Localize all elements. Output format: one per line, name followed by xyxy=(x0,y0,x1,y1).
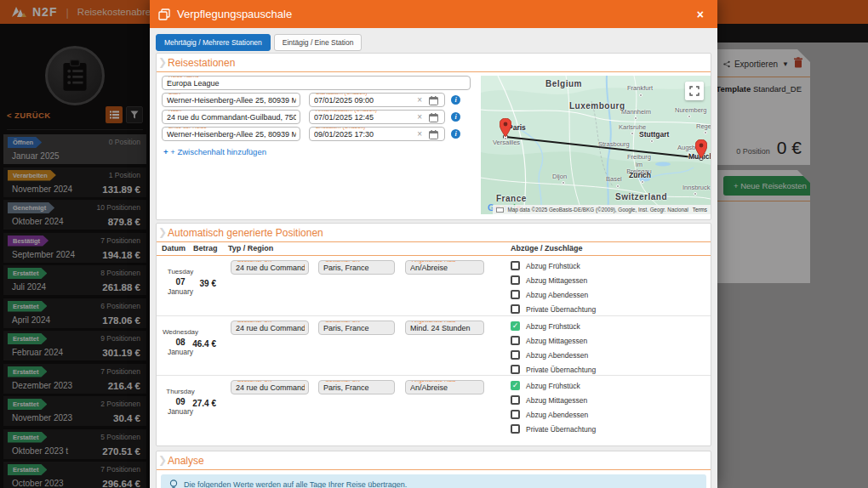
modal-title: Verpflegungspauschale xyxy=(177,8,292,20)
nach-field[interactable]: Nach 24 rue du Commandant-Guilbaud, 7501… xyxy=(162,110,300,124)
map-label: Basel xyxy=(606,175,622,183)
field-value: 24 rue du Commandant-Guilbaud, 75016 Par… xyxy=(167,113,296,122)
field-label: Gewählter Ort xyxy=(323,260,361,264)
deduction-checkbox[interactable] xyxy=(511,275,520,285)
typ-region-field[interactable]: Gewählter OrtParis, France xyxy=(318,260,395,275)
date-weekday: Tuesday xyxy=(158,268,203,275)
deductions-column: ✓Abzug FrühstückAbzug MittagessenAbzug A… xyxy=(511,319,596,377)
deduction-label: Abzug Mittagessen xyxy=(526,276,587,285)
field-value: Mind. 24 Stunden xyxy=(410,324,480,332)
map-city-dot xyxy=(631,132,634,135)
deduction-checkbox[interactable] xyxy=(511,365,520,374)
deduction-checkbox[interactable] xyxy=(511,261,520,270)
table-header: Datum Betrag Typ / Region Abzüge / Zusch… xyxy=(157,242,711,256)
field-label: Angewandte Rate xyxy=(410,321,458,324)
map-fullscreen-button[interactable] xyxy=(685,82,704,100)
deduction-option: Abzug Abendessen xyxy=(511,407,596,422)
deduction-checkbox[interactable]: ✓ xyxy=(511,321,520,331)
ankunftsdatum-field[interactable]: Ankunftsdatum (Ortszeit) 07/01/2025 12:4… xyxy=(309,110,445,124)
field-value: Werner-Heisenberg-Allee 25, 80939 Münche… xyxy=(167,96,296,105)
deduction-checkbox[interactable] xyxy=(511,304,520,314)
ende-field[interactable]: Ende der Reise Werner-Heisenberg-Allee 2… xyxy=(162,127,300,141)
analyse-info-text: Die folgenden Werte werden auf alle Tage… xyxy=(184,479,407,488)
field-label: Gewählter Ort xyxy=(323,380,361,383)
clear-icon[interactable]: × xyxy=(417,95,422,105)
info-icon[interactable]: i xyxy=(451,95,460,105)
deduction-checkbox[interactable]: ✓ xyxy=(511,381,520,390)
field-value: Europa League xyxy=(167,79,466,88)
field-label: Startdatum (Ortszeit) xyxy=(314,93,368,96)
calendar-icon[interactable] xyxy=(429,130,438,141)
typ-region-field[interactable]: Angewandte RateAn/Abreise xyxy=(405,380,484,394)
typ-region-field[interactable]: Gewählter OrtParis, France xyxy=(318,321,395,335)
map-city-dot xyxy=(562,181,565,184)
deduction-checkbox[interactable] xyxy=(511,395,520,405)
amount-value: 46.4 € xyxy=(191,339,216,349)
section-title: Automatisch generierte Positionen xyxy=(168,227,323,239)
paris-pin-icon xyxy=(500,118,511,140)
map-label: Switzerland xyxy=(615,192,667,201)
map-city-dot xyxy=(641,180,644,184)
map-label: Regensb xyxy=(696,122,711,130)
deduction-checkbox[interactable] xyxy=(511,410,520,419)
reise-name-field[interactable]: Reise Name Europa League xyxy=(162,76,471,90)
map-label: Nuremberg xyxy=(675,106,707,114)
deduction-option: Abzug Abendessen xyxy=(511,287,596,302)
terms-link[interactable]: Terms xyxy=(693,207,707,213)
map-city-dot xyxy=(650,139,654,143)
position-row: Wednesday08January46.4 €Besuchter Ort24 … xyxy=(157,315,711,375)
typ-region-field[interactable]: Besuchter Ort24 rue du Commandant-Guilba… xyxy=(231,321,309,335)
field-label: Nach xyxy=(167,110,183,113)
info-icon[interactable]: i xyxy=(451,112,460,122)
deduction-label: Private Übernachtung xyxy=(526,366,596,374)
deduction-label: Private Übernachtung xyxy=(526,305,596,314)
attribution-text: Map data ©2025 GeoBasis-DE/BKG (©2009), … xyxy=(508,207,688,213)
deduction-option: Abzug Mittagessen xyxy=(511,333,596,348)
field-label: Besuchter Ort xyxy=(236,260,273,264)
deduction-option: Private Übernachtung xyxy=(511,302,596,316)
map-city-dot xyxy=(694,192,697,196)
clear-icon[interactable]: × xyxy=(417,129,422,139)
position-row: Tuesday07January39 €Besuchter Ort24 rue … xyxy=(157,256,711,315)
typ-region-field[interactable]: Besuchter Ort24 rue du Commandant-Guilba… xyxy=(231,260,309,275)
calendar-icon[interactable] xyxy=(429,96,438,107)
munich-pin-icon xyxy=(695,139,707,162)
add-stop-link[interactable]: + + Zwischenhalt hinzufügen xyxy=(163,147,266,156)
tab-mehrtaegig[interactable]: Mehrtägig / Mehrere Stationen xyxy=(156,34,271,51)
field-value: 24 rue du Commandant-Guilbaud xyxy=(236,383,305,392)
tab-eintaegig[interactable]: Eintägig / Eine Station xyxy=(274,34,363,51)
info-icon[interactable]: i xyxy=(451,129,460,139)
enddatum-field[interactable]: Enddatum (Ortszeit) 09/01/2025 17:30 × xyxy=(309,127,445,141)
map-label: Innsbruck xyxy=(682,184,711,191)
typ-region-field[interactable]: Besuchter Ort24 rue du Commandant-Guilba… xyxy=(231,380,309,394)
deduction-checkbox[interactable] xyxy=(511,290,520,299)
calendar-icon[interactable] xyxy=(429,113,438,124)
route-map[interactable]: BelgiumLuxembourgFranceSwitzerlandFrankf… xyxy=(481,76,711,214)
field-label: Gewählter Ort xyxy=(323,321,361,324)
date-month: January xyxy=(158,348,203,356)
lightbulb-icon xyxy=(169,479,178,488)
close-icon[interactable]: × xyxy=(692,6,709,23)
deduction-label: Abzug Mittagessen xyxy=(526,337,587,345)
amount-value: 39 € xyxy=(191,279,216,288)
deduction-checkbox[interactable] xyxy=(511,336,520,345)
col-typ: Typ / Region xyxy=(228,244,273,253)
typ-region-field[interactable]: Gewählter OrtParis, France xyxy=(318,380,395,394)
deduction-checkbox[interactable] xyxy=(511,350,520,360)
position-row: Thursday09January27.4 €Besuchter Ort24 r… xyxy=(157,375,711,434)
typ-region-field[interactable]: Angewandte RateAn/Abreise xyxy=(405,260,484,275)
field-value: Paris, France xyxy=(323,324,391,332)
deduction-label: Abzug Frühstück xyxy=(526,262,580,270)
start-field[interactable]: Start Werner-Heisenberg-Allee 25, 80939 … xyxy=(162,93,300,107)
map-label: Strasbourg xyxy=(598,140,630,148)
date-month: January xyxy=(158,407,203,416)
amount-value: 27.4 € xyxy=(191,399,216,408)
map-label: Mannheim xyxy=(621,108,651,116)
date-weekday: Thursday xyxy=(158,388,203,395)
field-value: An/Abreise xyxy=(410,383,480,392)
startdatum-field[interactable]: Startdatum (Ortszeit) 07/01/2025 09:00 × xyxy=(309,93,445,107)
field-label: Reise Name xyxy=(167,76,201,79)
deduction-checkbox[interactable] xyxy=(511,424,520,434)
clear-icon[interactable]: × xyxy=(417,112,422,122)
typ-region-field[interactable]: Angewandte RateMind. 24 Stunden xyxy=(405,321,484,335)
